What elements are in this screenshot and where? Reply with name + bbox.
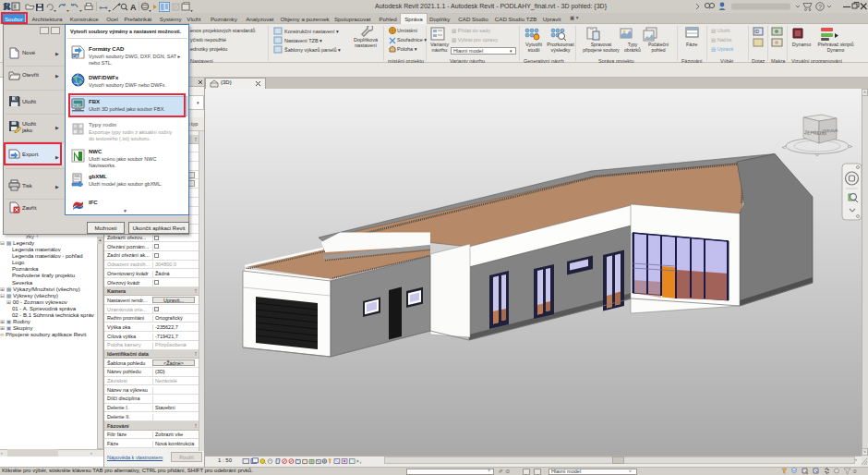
svg-text:Šablony výkazů panelů ▾: Šablony výkazů panelů ▾	[284, 47, 341, 53]
svg-text:‹: ‹	[360, 460, 362, 465]
svg-text:R: R	[3, 1, 11, 12]
svg-text:ID: ID	[754, 29, 759, 34]
svg-text:Konstrukční nastavení ▾: Konstrukční nastavení ▾	[284, 29, 339, 34]
svg-text:XML: XML	[74, 175, 80, 178]
svg-text:CAD: CAD	[73, 55, 82, 59]
svg-text::0: :0	[852, 469, 856, 474]
svg-text:Nastavení TZB ▾: Nastavení TZB ▾	[284, 38, 322, 43]
svg-text:A: A	[130, 3, 137, 12]
svg-text:?: ?	[818, 3, 822, 11]
